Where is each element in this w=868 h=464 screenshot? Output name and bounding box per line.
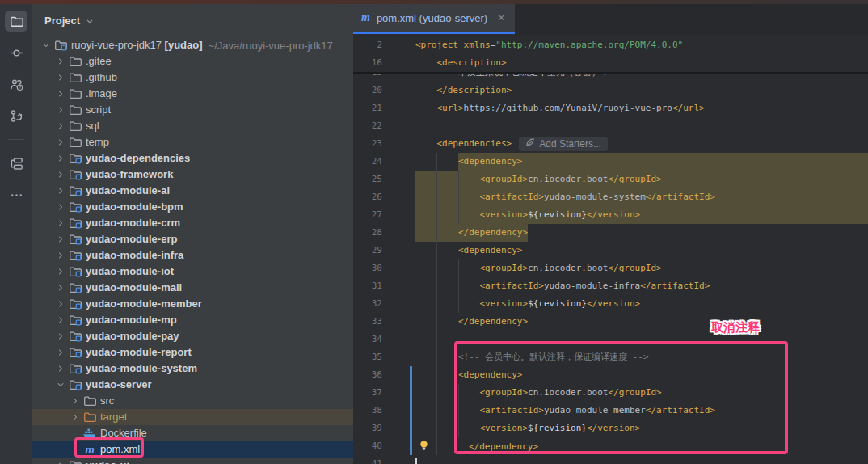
tree-row-label: yudao-ui	[86, 458, 129, 464]
code-line-41[interactable]: 41	[353, 455, 868, 464]
chevron-right-icon[interactable]	[53, 283, 68, 293]
sticky-line-16[interactable]: 16 <description>	[353, 54, 868, 72]
tree-row-yudao-module-infra[interactable]: yudao-module-infra	[32, 247, 353, 264]
tree-row-.gitee[interactable]: .gitee	[32, 53, 353, 70]
code-line-25[interactable]: 25 <groupId>cn.iocoder.boot</groupId>	[353, 171, 868, 188]
chevron-right-icon[interactable]	[53, 170, 68, 179]
chevron-down-icon[interactable]	[53, 380, 68, 390]
tree-row-yudao-module-mp[interactable]: yudao-module-mp	[32, 312, 353, 328]
tree-row-.github[interactable]: .github	[32, 70, 353, 86]
chevron-right-icon[interactable]	[53, 202, 68, 212]
chevron-right-icon[interactable]	[68, 412, 82, 422]
code-line-text[interactable]: <artifactId>yudao-module-system</artifac…	[415, 188, 868, 206]
learn-tool-icon[interactable]: ?	[5, 74, 27, 95]
tree-row-yudao-module-pay[interactable]: yudao-module-pay	[32, 328, 353, 344]
chevron-down-icon[interactable]	[39, 40, 53, 50]
tree-row-yudao-module-crm[interactable]: yudao-module-crm	[32, 215, 353, 231]
partially-hidden-line: 19 本质上来说，它就是个空壳（容器）！	[353, 74, 868, 82]
code-line-29[interactable]: 29 <dependency>	[353, 242, 868, 259]
project-panel-header[interactable]: Project	[32, 4, 353, 37]
pull-requests-tool-icon[interactable]	[5, 105, 27, 126]
commit-tool-icon[interactable]	[5, 42, 27, 63]
chevron-right-icon[interactable]	[53, 251, 68, 260]
code-line-text[interactable]: <groupId>cn.iocoder.boot</groupId>	[415, 259, 868, 277]
line-number: 29	[353, 242, 382, 259]
chevron-right-icon[interactable]	[53, 137, 68, 147]
code-line-21[interactable]: 21 <url>https://github.com/YunaiV/ruoyi-…	[353, 99, 868, 117]
code-line-32[interactable]: 32 <version>${revision}</version>	[353, 295, 868, 313]
chevron-right-icon[interactable]	[53, 364, 68, 373]
tree-row-yudao-server[interactable]: yudao-server	[32, 377, 353, 393]
tree-row-yudao-dependencies[interactable]: yudao-dependencies	[32, 150, 353, 167]
code-line-text[interactable]: <dependency>	[415, 153, 868, 171]
chevron-right-icon[interactable]	[53, 461, 68, 464]
tree-row-yudao-module-report[interactable]: yudao-module-report	[32, 344, 353, 361]
line-number: 27	[353, 206, 382, 224]
code-line-31[interactable]: 31 <artifactId>yudao-module-infra</artif…	[353, 277, 868, 295]
chevron-right-icon[interactable]	[53, 315, 68, 325]
structure-tool-icon[interactable]	[5, 153, 27, 174]
code-line-text[interactable]: <description>	[415, 54, 868, 72]
tree-row-yudao-module-system[interactable]: yudao-module-system	[32, 361, 353, 377]
chevron-right-icon[interactable]	[53, 154, 68, 163]
code-line-text[interactable]: <artifactId>yudao-module-infra</artifact…	[415, 277, 868, 295]
code-line-text[interactable]: <version>${revision}</version>	[415, 206, 868, 224]
tree-row-yudao-module-ai[interactable]: yudao-module-ai	[32, 183, 353, 199]
tree-row-target[interactable]: target	[32, 409, 353, 425]
code-line-text[interactable]: <version>${revision}</version>	[415, 295, 868, 313]
tree-row-yudao-module-mall[interactable]: yudao-module-mall	[32, 280, 353, 296]
tree-row-ruoyi-vue-pro-jdk17[interactable]: ruoyi-vue-pro-jdk17 [yudao]~/Java/ruoyi-…	[32, 37, 353, 53]
chevron-right-icon[interactable]	[53, 218, 68, 228]
tree-row-.image[interactable]: .image	[32, 86, 353, 102]
code-line-text[interactable]: <project xmlns="http://maven.apache.org/…	[415, 36, 868, 54]
chevron-right-icon[interactable]	[53, 121, 68, 131]
code-line-text[interactable]: 本质上来说，它就是个空壳（容器）！	[415, 74, 868, 82]
code-line-20[interactable]: 20 </description>	[353, 82, 868, 99]
tree-row-yudao-module-bpm[interactable]: yudao-module-bpm	[32, 199, 353, 215]
chevron-right-icon[interactable]	[68, 396, 82, 406]
code-line-text[interactable]: <url>https://github.com/YunaiV/ruoyi-vue…	[415, 99, 868, 117]
project-tool-icon[interactable]	[5, 11, 27, 32]
chevron-right-icon[interactable]	[53, 105, 68, 115]
code-line-text[interactable]: <dependencies>Add Starters...	[415, 135, 868, 153]
code-line-text[interactable]: </dependency>	[415, 313, 868, 331]
chevron-right-icon[interactable]	[53, 73, 68, 82]
sticky-line-2[interactable]: 2<project xmlns="http://maven.apache.org…	[353, 36, 868, 54]
chevron-right-icon[interactable]	[53, 186, 68, 196]
code-line-27[interactable]: 27 <version>${revision}</version>	[353, 206, 868, 224]
tree-row-script[interactable]: script	[32, 102, 353, 118]
tree-row-yudao-ui[interactable]: yudao-ui	[32, 458, 353, 464]
code-line-text[interactable]	[415, 117, 868, 135]
chevron-right-icon[interactable]	[53, 331, 68, 341]
code-line-text[interactable]: </description>	[415, 82, 868, 99]
code-line-30[interactable]: 30 <groupId>cn.iocoder.boot</groupId>	[353, 259, 868, 277]
tree-row-yudao-module-iot[interactable]: yudao-module-iot	[32, 264, 353, 280]
tree-row-src[interactable]: src	[32, 393, 353, 409]
more-tools-icon[interactable]	[5, 184, 27, 205]
chevron-right-icon[interactable]	[53, 267, 68, 276]
code-line-23[interactable]: 23 <dependencies>Add Starters...	[353, 135, 868, 153]
tree-row-sql[interactable]: sql	[32, 118, 353, 134]
chevron-right-icon[interactable]	[53, 348, 68, 357]
add-starters-hint[interactable]: Add Starters...	[519, 137, 608, 151]
code-line-text[interactable]: </dependency>	[415, 224, 868, 242]
code-line-text[interactable]	[415, 455, 868, 464]
code-line-19[interactable]: 19 本质上来说，它就是个空壳（容器）！	[353, 74, 868, 82]
tree-row-temp[interactable]: temp	[32, 134, 353, 150]
chevron-right-icon[interactable]	[53, 89, 68, 99]
code-line-24[interactable]: 24 <dependency>	[353, 153, 868, 171]
tree-row-yudao-framework[interactable]: yudao-framework	[32, 167, 353, 183]
chevron-right-icon[interactable]	[53, 57, 68, 66]
code-line-text[interactable]: <dependency>	[415, 242, 868, 259]
tab-close-icon[interactable]: ✕	[497, 12, 505, 23]
code-line-26[interactable]: 26 <artifactId>yudao-module-system</arti…	[353, 188, 868, 206]
chevron-right-icon[interactable]	[53, 299, 68, 309]
tree-row-yudao-module-member[interactable]: yudao-module-member	[32, 296, 353, 312]
code-line-text[interactable]: <groupId>cn.iocoder.boot</groupId>	[415, 171, 868, 188]
chevron-right-icon[interactable]	[53, 234, 68, 244]
tab-pom-xml[interactable]: m pom.xml (yudao-server) ✕	[353, 4, 515, 34]
tree-row-yudao-module-erp[interactable]: yudao-module-erp	[32, 231, 353, 247]
code-line-33[interactable]: 33 </dependency>	[353, 313, 868, 331]
code-line-28[interactable]: 28 </dependency>	[353, 224, 868, 242]
code-line-22[interactable]: 22	[353, 117, 868, 135]
